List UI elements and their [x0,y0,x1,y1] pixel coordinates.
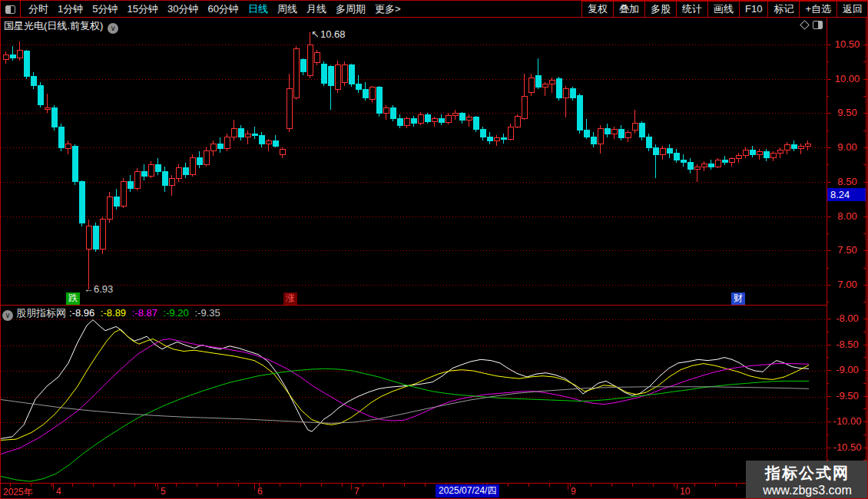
axis-tick [827,268,829,269]
axis-tick [863,164,866,165]
axis-tick [863,435,866,435]
indicator-panel[interactable]: ∨股朋指标网:-8.96 :-8.89 :-8.87 :-9.20 :-9.35 [1,305,827,483]
timeline-month-tick [677,484,678,490]
indicator-value: :-9.20 [164,307,192,319]
timeline-month-tick [157,484,158,490]
axis-tick [827,357,829,358]
candlestick-chart-area[interactable]: 国星光电(日线.前复权)∨ ↖10.68 ←6.93 跌 涨 财 [1,18,827,305]
axis-tick [863,216,868,217]
high-price-annotation: ↖10.68 [311,28,345,40]
timeline-tick [363,484,363,487]
timeline-tick [570,484,571,487]
toolbar-button-多股[interactable]: 多股 [644,1,677,18]
axis-tick [863,250,868,251]
axis-tick [863,448,868,448]
axis-tick [863,113,868,114]
toolbar-button-返回[interactable]: 返回 [837,1,868,18]
badge-die: 跌 [66,292,80,305]
timeline-label: 7 [354,486,359,497]
timeline-tick [508,484,509,487]
axis-tick [863,131,866,131]
toolbar-period-分时[interactable]: 分时 [24,1,53,18]
axis-tick [863,45,868,45]
chart-title-row: 国星光电(日线.前复权)∨ [4,19,118,34]
indicator-title: 股朋指标网 [16,307,66,319]
axis-tick [863,396,868,397]
timeline-tick [549,484,550,487]
toolbar-period-60分钟[interactable]: 60分钟 [203,1,243,18]
axis-tick [827,396,831,397]
timeline-tick [134,484,135,487]
timeline-month-tick [568,484,568,490]
axis-tick [827,408,829,409]
chart-title: 国星光电(日线.前复权) [4,20,103,31]
timeline-tick [197,484,197,487]
axis-tick [863,233,866,234]
axis-tick [863,383,866,384]
axis-tick [863,370,868,371]
toolbar-period-月线[interactable]: 月线 [302,1,331,18]
axis-tick [863,79,868,80]
chevron-down-icon[interactable]: ∨ [2,310,13,321]
app-window: 分时1分钟5分钟15分钟30分钟60分钟日线周线月线多周期更多> 复权叠加多股统… [0,0,868,499]
timeline-label: 9 [571,486,576,497]
indicator-axis-label: -8.50 [829,339,866,350]
timeline-tick [217,484,218,487]
axis-tick [827,233,829,234]
toolbar-button-标记[interactable]: 标记 [767,1,800,18]
timeline-tick [238,484,239,487]
chevron-down-icon[interactable]: ∨ [108,23,118,34]
timeline-label: 4 [56,486,61,497]
toolbar-period-多周期[interactable]: 多周期 [331,1,370,18]
toolbar-button-叠加[interactable]: 叠加 [613,1,645,18]
toolbar-period-5分钟[interactable]: 5分钟 [88,1,122,18]
axis-tick [827,61,829,62]
axis-tick [827,113,831,114]
axis-tick [827,79,831,80]
toolbar-period-周线[interactable]: 周线 [273,1,302,18]
axis-tick [827,147,831,148]
timeline-tick [31,484,31,487]
toolbar-period-15分钟[interactable]: 15分钟 [122,1,162,18]
toolbar-period-1分钟[interactable]: 1分钟 [53,1,88,18]
indicator-header: ∨股朋指标网:-8.96 :-8.89 :-8.87 :-9.20 :-9.35 [2,306,224,321]
last-price-tag: 8.24 [827,188,866,201]
timeline-tick [51,484,52,487]
diamond-icon[interactable] [800,20,810,30]
axis-tick [827,45,831,45]
price-axis-label: 7.50 [829,244,866,256]
axis-tick [863,147,868,148]
axis-tick [827,164,829,165]
toolbar-button-复权[interactable]: 复权 [581,1,614,18]
timeline-tick [176,484,177,487]
timeline-tick [155,484,156,487]
toolbar-button-统计[interactable]: 统计 [676,1,708,18]
axis-tick [863,332,866,332]
axis-tick [863,302,866,302]
timeline-tick [72,484,73,487]
axis-tick [827,370,831,371]
indicator-value: :-8.89 [101,307,129,319]
indicator-axis-label: -9.00 [829,364,866,375]
toolbar-period-30分钟[interactable]: 30分钟 [163,1,203,18]
axis-tick [863,345,868,345]
axis-tick [827,383,829,384]
axis-tick [863,408,866,409]
timeline-tick [694,484,695,487]
timeline-tick [425,484,426,487]
indicator-value: :-9.35 [194,307,220,319]
toolbar-button-+自选[interactable]: +自选 [799,1,837,18]
toolbar-period-日线[interactable]: 日线 [244,1,273,18]
indicator-value: :-8.87 [132,307,161,319]
timeline-label: 2025年 [3,486,33,499]
layout-toggle-button[interactable] [1,1,21,18]
timeline-tick [321,484,322,487]
timeline-axis[interactable]: 2025年45672025/07/24/四910 [1,483,868,499]
price-axis-label: 9.50 [829,107,866,118]
toolbar-button-F10[interactable]: F10 [739,1,768,18]
toolbar-period-更多>[interactable]: 更多> [370,1,406,18]
axis-tick [827,216,831,217]
panel-split-icon[interactable] [813,21,823,29]
axis-tick [827,421,831,422]
toolbar-button-画线[interactable]: 画线 [707,1,740,18]
